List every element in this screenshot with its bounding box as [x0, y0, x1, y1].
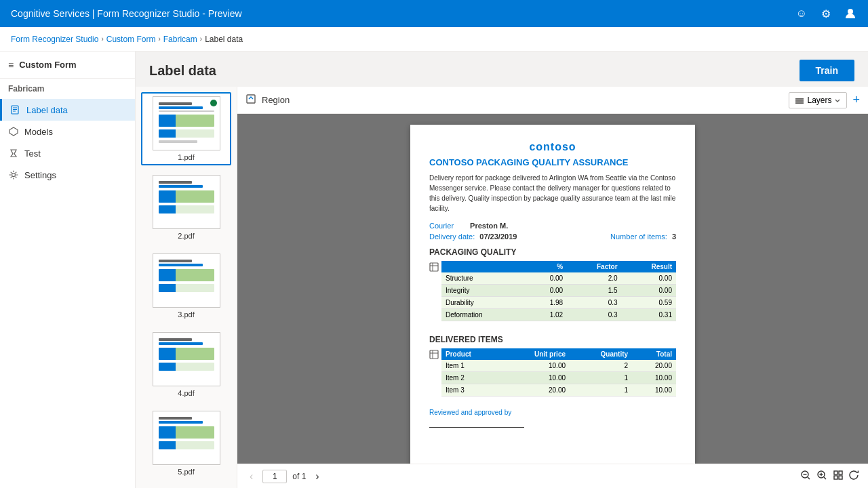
- document-item-1[interactable]: 1.pdf: [141, 92, 231, 165]
- prev-page-button[interactable]: ‹: [245, 469, 257, 484]
- di-header-0: Product: [441, 348, 500, 360]
- pq-cell-1-2: 1.5: [567, 285, 621, 297]
- content-area: Label data Train: [136, 52, 868, 488]
- pq-header-2: Factor: [567, 261, 621, 272]
- add-label-button[interactable]: +: [852, 93, 860, 107]
- doc-name-3: 3.pdf: [178, 310, 194, 319]
- viewer-pagination: ‹ of 1 ›: [237, 464, 868, 488]
- region-icon: [245, 94, 256, 106]
- pq-cell-1-0: Integrity: [441, 285, 527, 297]
- doc-name-5: 5.pdf: [178, 468, 194, 476]
- sidebar-item-test-text: Test: [24, 148, 41, 159]
- svg-rect-14: [430, 350, 438, 359]
- breadcrumb-sep-3: ›: [200, 35, 202, 43]
- pq-cell-0-0: Structure: [441, 272, 527, 285]
- feedback-icon[interactable]: ☺: [795, 7, 808, 20]
- document-list: 1.pdf 2.pdf: [136, 87, 237, 488]
- zoom-in-button[interactable]: [816, 470, 827, 483]
- sidebar-item-label-data[interactable]: Label data: [0, 99, 135, 121]
- breadcrumb-form-recognizer[interactable]: Form Recognizer Studio: [11, 35, 98, 44]
- topbar: Cognitive Services | Form Recognizer Stu…: [0, 0, 868, 27]
- breadcrumb-sep-1: ›: [101, 35, 103, 43]
- di-row-0: Item 110.00220.00: [441, 360, 676, 372]
- di-cell-0-2: 2: [570, 360, 632, 372]
- breadcrumb: Form Recognizer Studio › Custom Form › F…: [0, 27, 868, 52]
- document-item-4[interactable]: 4.pdf: [141, 328, 231, 401]
- document-item-5[interactable]: 5.pdf: [141, 407, 231, 480]
- sidebar: ≡ Custom Form Fabricam Label data Models: [0, 52, 136, 488]
- fit-page-button[interactable]: [833, 470, 844, 483]
- sidebar-item-models[interactable]: Models: [0, 121, 135, 142]
- sidebar-project-title: Custom Form: [19, 60, 77, 70]
- pq-cell-0-2: 2.0: [567, 272, 621, 285]
- di-header-3: Total: [632, 348, 676, 360]
- pq-cell-2-2: 0.3: [567, 297, 621, 309]
- reviewed-text: Reviewed and approved by: [429, 409, 676, 416]
- breadcrumb-custom-form[interactable]: Custom Form: [106, 35, 156, 44]
- page-input[interactable]: [262, 470, 287, 483]
- doc-name-4: 4.pdf: [178, 389, 194, 397]
- company-name: contoso: [429, 141, 676, 153]
- courier-value: Preston M.: [470, 222, 508, 230]
- train-button[interactable]: Train: [800, 60, 854, 81]
- label-data-icon: [10, 104, 21, 115]
- document-item-2[interactable]: 2.pdf: [141, 171, 231, 244]
- pq-cell-3-0: Deformation: [441, 309, 527, 321]
- svg-rect-8: [795, 98, 804, 100]
- document-page: contoso CONTOSO PACKAGING QUALITY ASSURA…: [410, 125, 695, 464]
- document-item-3[interactable]: 3.pdf: [141, 249, 231, 323]
- sidebar-item-test[interactable]: Test: [0, 142, 135, 164]
- zoom-out-button[interactable]: [800, 470, 811, 483]
- page-title: Label data: [149, 63, 216, 79]
- pq-cell-2-0: Durability: [441, 297, 527, 309]
- rotate-button[interactable]: [849, 470, 860, 483]
- doc-badge-1: [210, 100, 217, 106]
- settings-icon[interactable]: ⚙: [819, 7, 833, 20]
- svg-rect-26: [839, 471, 842, 474]
- layers-label: Layers: [807, 96, 831, 105]
- svg-rect-11: [430, 263, 438, 271]
- app-title: Cognitive Services | Form Recognizer Stu…: [11, 8, 242, 19]
- doc-name-1: 1.pdf: [178, 153, 194, 161]
- delivery-date-value: 07/23/2019: [479, 232, 517, 241]
- sidebar-item-settings[interactable]: Settings: [0, 164, 135, 186]
- di-cell-1-1: 10.00: [500, 372, 570, 384]
- breadcrumb-label-data: Label data: [205, 35, 243, 44]
- di-cell-0-0: Item 1: [441, 360, 500, 372]
- delivered-table-icon: [429, 348, 439, 361]
- pq-cell-2-3: 0.59: [622, 297, 676, 309]
- pq-row-1: Integrity0.001.50.00: [441, 285, 676, 297]
- pq-row-3: Deformation1.020.30.31: [441, 309, 676, 321]
- svg-line-19: [808, 477, 810, 479]
- delivered-items-table-container: Product Unit price Quantity Total Item 1…: [429, 348, 676, 403]
- delivery-date-label: Delivery date:: [429, 232, 475, 241]
- packaging-quality-table: % Factor Result Structure0.002.00.00Inte…: [441, 261, 676, 321]
- di-row-1: Item 210.00110.00: [441, 372, 676, 384]
- di-cell-0-1: 10.00: [500, 360, 570, 372]
- di-cell-2-2: 1: [570, 384, 632, 396]
- next-page-button[interactable]: ›: [311, 469, 323, 484]
- sidebar-item-models-text: Models: [24, 127, 53, 137]
- delivery-row: Delivery date: 07/23/2019 Number of item…: [429, 232, 676, 241]
- document-viewer: contoso CONTOSO PACKAGING QUALITY ASSURA…: [237, 114, 868, 464]
- pq-cell-0-1: 0.00: [527, 272, 567, 285]
- layers-button[interactable]: Layers: [789, 92, 847, 108]
- sidebar-collapse-button[interactable]: ≡: [8, 60, 14, 70]
- svg-rect-7: [247, 95, 255, 103]
- breadcrumb-fabricam[interactable]: Fabricam: [163, 35, 197, 44]
- doc-thumb-3: [153, 253, 220, 308]
- sidebar-section-title: Fabricam: [0, 79, 135, 99]
- pq-cell-3-2: 0.3: [567, 309, 621, 321]
- viewer-panel: Region Layers + contoso CONTOSO PACKAGIN…: [237, 87, 868, 488]
- di-cell-2-1: 20.00: [500, 384, 570, 396]
- viewer-tools: [800, 470, 860, 483]
- svg-point-0: [848, 9, 853, 14]
- pq-cell-3-1: 1.02: [527, 309, 567, 321]
- account-icon[interactable]: [844, 7, 857, 20]
- di-cell-1-2: 1: [570, 372, 632, 384]
- svg-rect-24: [834, 471, 837, 474]
- items-count-group: Number of items: 3: [610, 232, 676, 241]
- di-header-1: Unit price: [500, 348, 570, 360]
- packaging-quality-table-container: % Factor Result Structure0.002.00.00Inte…: [429, 261, 676, 328]
- di-header-2: Quantity: [570, 348, 632, 360]
